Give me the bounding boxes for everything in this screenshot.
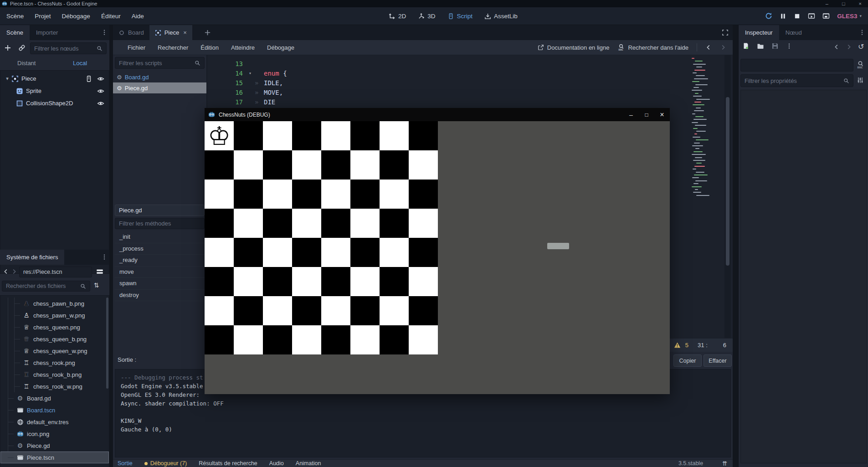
nav-forward-icon[interactable] (11, 268, 17, 275)
renderer-dropdown[interactable]: GLES3 ▾ (837, 13, 862, 20)
object-name-field[interactable] (740, 59, 853, 72)
workspace-button[interactable]: 2D (385, 13, 410, 20)
dock-menu-dots-icon[interactable] (101, 29, 108, 36)
resource-menu-dots-icon[interactable] (786, 43, 792, 49)
game-maximize-button[interactable]: □ (639, 108, 654, 121)
split-mode-icon[interactable] (96, 267, 104, 276)
menu-item[interactable]: Éditeur (96, 13, 126, 20)
history-back-icon[interactable] (705, 44, 712, 51)
file-row[interactable]: ♕ chess_queen_w.png (0, 345, 109, 357)
method-list-item[interactable]: spawn (115, 278, 205, 290)
menu-item[interactable]: Scène (1, 13, 29, 20)
replay-scene-icon[interactable] (765, 12, 772, 20)
remote-tab[interactable]: Distant (17, 60, 36, 67)
bottom-panel-tab[interactable]: Animation (296, 460, 321, 467)
history-forward-icon[interactable] (846, 44, 852, 50)
script-list-item[interactable]: ⚙ Board.gd (113, 72, 206, 82)
file-row[interactable]: ⚙ Piece.gd (0, 440, 109, 452)
window-minimize-button[interactable]: – (826, 1, 828, 6)
script-menu-item[interactable]: Rechercher (158, 44, 188, 51)
menu-item[interactable]: Aide (126, 13, 149, 20)
file-row[interactable]: ♕ chess_queen.png (0, 321, 109, 333)
save-resource-icon[interactable] (771, 42, 779, 50)
game-debug-window[interactable]: ChessNuts (DEBUG) – □ × ♔ (205, 108, 670, 394)
window-maximize-button[interactable]: □ (842, 1, 845, 6)
local-tab[interactable]: Local (73, 60, 87, 67)
workspace-button[interactable]: AssetLib (481, 13, 521, 20)
file-row[interactable]: ♟ chess_pawn_b.png (0, 298, 109, 309)
pause-icon[interactable] (780, 13, 786, 20)
script-menu-item[interactable]: Débogage (267, 44, 294, 51)
dock-tab[interactable]: Scène (0, 25, 30, 40)
close-tab-icon[interactable]: × (183, 29, 187, 36)
method-list-item[interactable]: _process (115, 243, 205, 255)
dock-tab[interactable]: Nœud (779, 25, 808, 40)
game-viewport[interactable]: ♔ (205, 121, 670, 394)
scene-tab[interactable]: Board (113, 25, 149, 40)
script-menu-item[interactable]: Atteindre (231, 44, 255, 51)
new-scene-tab-icon[interactable] (204, 29, 211, 36)
dock-menu-dots-icon[interactable] (101, 254, 108, 260)
search-help-link[interactable]: Rechercher dans l'aide (617, 44, 688, 51)
file-row[interactable]: ♜ chess_rook_b.png (0, 369, 109, 380)
file-row[interactable]: Piece.tscn (0, 452, 109, 463)
game-close-button[interactable]: × (654, 108, 670, 121)
scene-node-row[interactable]: ▾ Piece (0, 72, 109, 85)
scene-tab[interactable]: Piece × (149, 25, 192, 40)
game-window-titlebar[interactable]: ChessNuts (DEBUG) – □ × (205, 108, 670, 121)
code-scrollbar[interactable] (724, 55, 731, 338)
filter-scripts-input[interactable]: Filtrer les scripts (115, 57, 205, 69)
scene-node-row[interactable]: CollisionShape2D (0, 97, 109, 109)
play-custom-scene-icon[interactable] (822, 12, 830, 20)
method-list-item[interactable]: destroy (115, 290, 205, 302)
game-minimize-button[interactable]: – (623, 108, 639, 121)
bottom-panel-tab[interactable]: Débogueur (7) (144, 460, 187, 467)
instance-scene-link-icon[interactable] (18, 44, 26, 51)
script-menu-item[interactable]: Fichier (128, 44, 145, 51)
workspace-button[interactable]: Script (444, 13, 477, 20)
method-list-item[interactable]: move (115, 267, 205, 278)
property-tools-icon[interactable] (857, 77, 864, 84)
clear-output-button[interactable]: Effacer (704, 354, 732, 367)
filter-properties-input[interactable]: Filtrer les propriétés (740, 74, 853, 87)
file-row[interactable]: ⚙ Board.gd (0, 392, 109, 404)
dock-tab[interactable]: Inspecteur (739, 25, 779, 40)
file-row[interactable]: ♙ chess_pawn_w.png (0, 309, 109, 321)
filesystem-dock-tab[interactable]: Système de fichiers (0, 250, 64, 265)
file-row[interactable]: default_env.tres (0, 416, 109, 428)
dock-menu-dots-icon[interactable] (859, 29, 865, 36)
filter-methods-input[interactable]: Filtrer les méthodes (115, 218, 205, 229)
nav-back-icon[interactable] (3, 268, 9, 275)
script-menu-item[interactable]: Édition (200, 44, 219, 51)
chess-board[interactable]: ♔ (205, 121, 438, 354)
visibility-eye-icon[interactable] (97, 100, 104, 107)
current-path-field[interactable]: res://Piece.tscn (19, 267, 92, 277)
bottom-panel-tab[interactable]: Audio (269, 460, 284, 467)
visibility-eye-icon[interactable] (97, 87, 104, 95)
copy-output-button[interactable]: Copier (673, 354, 702, 367)
method-list-item[interactable]: _init (115, 231, 205, 243)
open-docs-icon[interactable] (856, 61, 864, 69)
file-row[interactable]: Board.tscn (0, 404, 109, 416)
history-icon[interactable]: ↺ (858, 42, 864, 51)
file-row[interactable]: ♛ chess_queen_b.png (0, 333, 109, 345)
collapse-caret-icon[interactable]: ▾ (3, 76, 11, 82)
add-node-icon[interactable] (4, 44, 11, 51)
warnings-indicator[interactable]: 5 (674, 342, 688, 349)
stop-icon[interactable] (794, 13, 801, 20)
online-docs-link[interactable]: Documentation en ligne (538, 44, 610, 51)
history-back-icon[interactable] (833, 44, 840, 50)
script-list-item[interactable]: ⚙ Piece.gd (113, 82, 206, 93)
play-scene-icon[interactable] (808, 12, 815, 20)
menu-item[interactable]: Débogage (56, 13, 96, 20)
new-resource-icon[interactable] (742, 42, 750, 50)
code-minimap[interactable] (692, 58, 714, 208)
search-files-input[interactable]: Rechercher des fichiers (2, 281, 90, 292)
sort-files-icon[interactable]: ⇅ (94, 282, 99, 289)
dock-tab[interactable]: Importer (30, 25, 64, 40)
attached-script-icon[interactable] (85, 75, 92, 82)
history-forward-icon[interactable] (720, 44, 726, 51)
distraction-free-icon[interactable] (722, 29, 729, 36)
file-row[interactable]: ♖ chess_rook.png (0, 357, 109, 369)
file-row[interactable]: icon.png (0, 428, 109, 440)
